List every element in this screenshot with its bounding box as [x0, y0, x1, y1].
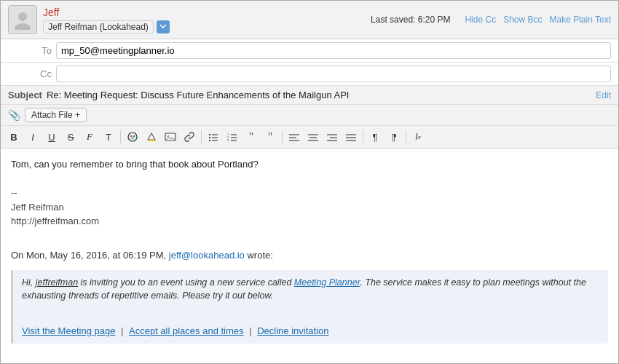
- svg-point-13: [209, 137, 210, 138]
- ul-btn[interactable]: [205, 129, 222, 145]
- svg-text:3: 3: [227, 138, 229, 142]
- svg-point-12: [209, 134, 210, 135]
- quote-header: On Mon, May 16, 2016, at 06:19 PM, jeff@…: [11, 248, 608, 263]
- svg-point-4: [133, 135, 135, 138]
- highlight-btn[interactable]: [143, 129, 160, 145]
- quote-email-link[interactable]: jeff@lookahead.io: [169, 250, 245, 261]
- font-style-btn[interactable]: F: [81, 129, 98, 145]
- accept-all-link[interactable]: Accept all places and times: [129, 325, 244, 336]
- svg-point-3: [130, 135, 133, 138]
- subject-label: Subject: [8, 90, 42, 100]
- avatar: [8, 5, 37, 34]
- blockquote-open-btn[interactable]: ": [243, 129, 260, 145]
- link-sep-2: |: [249, 325, 254, 336]
- blockquote-close-btn[interactable]: ": [261, 129, 279, 145]
- account-dropdown-btn[interactable]: [157, 20, 170, 33]
- visit-meeting-link[interactable]: Visit the Meeting page: [22, 325, 115, 336]
- attach-row: 📎 Attach File +: [1, 105, 618, 126]
- quoted-block: Hi, jeffreifman is inviting you to an ev…: [11, 270, 608, 344]
- subject-edit-link[interactable]: Edit: [596, 90, 611, 100]
- justify-btn[interactable]: [342, 129, 360, 145]
- bold-btn[interactable]: B: [5, 129, 23, 145]
- sender-name: Jeff: [43, 7, 371, 18]
- cc-row: Cc: [1, 63, 618, 86]
- underline-btn[interactable]: U: [43, 129, 60, 145]
- attach-file-btn[interactable]: Attach File +: [25, 108, 87, 122]
- header-row: Jeff Jeff Reifman (Lookahead) Last saved…: [1, 1, 618, 39]
- ol-btn[interactable]: 123: [224, 129, 241, 145]
- link-btn[interactable]: [181, 129, 198, 145]
- paragraph-rtl-btn[interactable]: ¶: [385, 129, 403, 145]
- toolbar-sep-2: [201, 130, 202, 143]
- svg-point-1: [15, 23, 31, 30]
- italic-btn[interactable]: I: [24, 129, 42, 145]
- last-saved: Last saved: 6:20 PM: [371, 15, 450, 25]
- decline-invitation-link[interactable]: Decline invitation: [257, 325, 328, 336]
- sender-info: Jeff Jeff Reifman (Lookahead): [43, 7, 371, 33]
- image-btn[interactable]: [162, 129, 179, 145]
- to-row: To: [1, 39, 618, 63]
- align-right-btn[interactable]: [323, 129, 341, 145]
- to-label: To: [8, 45, 52, 56]
- cc-label: Cc: [8, 68, 52, 79]
- email-compose-window: Jeff Jeff Reifman (Lookahead) Last saved…: [0, 0, 619, 364]
- account-label: Jeff Reifman (Lookahead): [43, 20, 154, 33]
- toolbar-sep-3: [282, 130, 283, 143]
- meeting-planner-link-inline[interactable]: Meeting Planner: [294, 277, 360, 288]
- show-bcc-link[interactable]: Show Bcc: [503, 15, 542, 25]
- color-btn[interactable]: [124, 129, 141, 145]
- subject-text: Re: Meeting Request: Discuss Future Enha…: [47, 90, 591, 100]
- svg-point-5: [132, 138, 134, 140]
- svg-point-14: [209, 140, 210, 141]
- align-left-btn[interactable]: [285, 129, 303, 145]
- sig-name: Jeff Reifman: [11, 200, 608, 215]
- hide-cc-link[interactable]: Hide Cc: [465, 15, 496, 25]
- toolbar-sep-1: [120, 130, 121, 143]
- header-actions: Last saved: 6:20 PM Hide Cc Show Bcc Mak…: [371, 15, 611, 25]
- paperclip-icon: 📎: [8, 109, 20, 121]
- text-btn[interactable]: T: [100, 129, 117, 145]
- toolbar-sep-4: [363, 130, 363, 143]
- paragraph-ltr-btn[interactable]: ¶: [366, 129, 384, 145]
- sender-account: Jeff Reifman (Lookahead): [43, 20, 371, 33]
- svg-point-2: [128, 132, 137, 141]
- quoted-name: jeffreifman: [36, 277, 78, 288]
- subject-row: Subject Re: Meeting Request: Discuss Fut…: [1, 86, 618, 105]
- align-center-btn[interactable]: [304, 129, 322, 145]
- cc-input[interactable]: [56, 66, 611, 82]
- toolbar: B I U S F T 123 " ": [1, 126, 618, 149]
- quoted-body-text: Hi, jeffreifman is inviting you to an ev…: [22, 276, 599, 304]
- strikethrough-btn[interactable]: S: [62, 129, 79, 145]
- body-line1: Tom, can you remember to bring that book…: [11, 157, 608, 172]
- quoted-action-links: Visit the Meeting page | Accept all plac…: [22, 324, 599, 339]
- svg-point-0: [18, 12, 27, 21]
- editor-area[interactable]: Tom, can you remember to bring that book…: [1, 149, 618, 363]
- clear-format-btn[interactable]: Ix: [409, 129, 427, 145]
- make-plain-text-link[interactable]: Make Plain Text: [550, 15, 612, 25]
- sig-sep: --: [11, 186, 608, 200]
- sig-url: http://jeffreifman.com: [11, 214, 608, 229]
- to-input[interactable]: [56, 42, 611, 59]
- link-sep-1: |: [121, 325, 126, 336]
- toolbar-sep-5: [406, 130, 406, 143]
